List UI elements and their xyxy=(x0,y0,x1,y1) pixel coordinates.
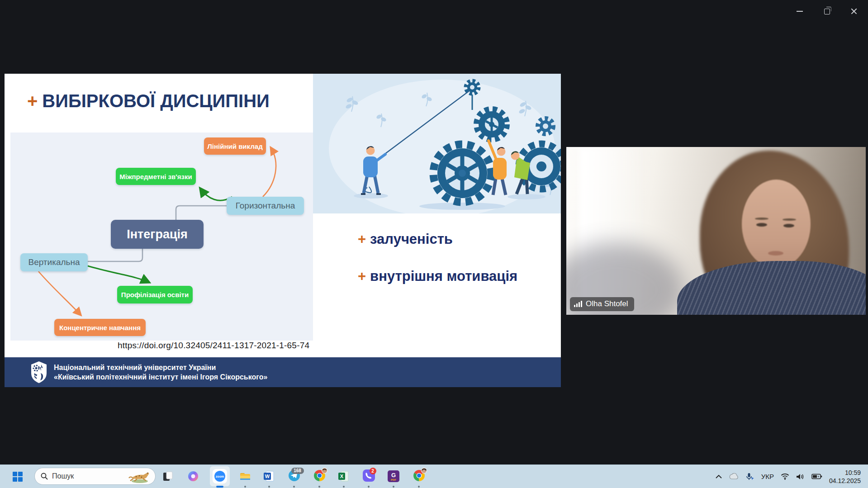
plus-marker: + xyxy=(358,231,366,247)
taskbar: Пошук xyxy=(0,464,868,488)
participant-name-label: Olha Shtofel xyxy=(570,297,634,311)
run-indicator xyxy=(268,486,270,488)
tray-language[interactable]: УКР xyxy=(761,473,774,480)
telegram-badge: 168 xyxy=(291,468,304,474)
windows-logo-icon xyxy=(13,472,23,482)
node-linear-teaching: Лінійний виклад xyxy=(204,137,266,155)
search-placeholder: Пошук xyxy=(52,472,128,480)
run-indicator xyxy=(418,486,420,488)
node-integration-center: Інтеграція xyxy=(111,220,204,249)
run-indicator xyxy=(293,486,295,488)
gear-mid xyxy=(476,109,507,140)
tray-battery[interactable] xyxy=(811,474,822,479)
file-explorer-icon xyxy=(239,470,251,482)
pdf-reader-icon: G PDF xyxy=(388,470,399,482)
brow xyxy=(755,218,768,220)
eye xyxy=(783,224,794,227)
window-controls xyxy=(791,4,863,19)
word-icon: W xyxy=(263,470,275,482)
taskbar-zoom-icon[interactable]: zoom xyxy=(211,467,229,485)
search-icon xyxy=(41,473,48,480)
svg-text:W: W xyxy=(265,474,270,479)
taskbar-chrome-profile1-icon[interactable] xyxy=(310,467,328,485)
svg-text:zoom: zoom xyxy=(216,475,224,478)
start-button[interactable] xyxy=(10,470,25,483)
slide-footer: Національний технічний університет Украї… xyxy=(5,357,561,387)
minimize-icon xyxy=(797,11,803,12)
gears-illustration-svg xyxy=(313,74,561,213)
participant-face xyxy=(742,180,811,268)
university-logo xyxy=(30,361,47,384)
eye xyxy=(756,223,767,227)
svg-text:G: G xyxy=(391,472,396,479)
plus-marker: + xyxy=(27,91,38,111)
node-profilization: Профілізація освіти xyxy=(117,286,193,303)
search-box[interactable]: Пошук xyxy=(34,468,156,485)
zoom-active-indicator xyxy=(216,486,223,488)
bullet-intrinsic-motivation: +внутрішня мотивація xyxy=(358,268,517,284)
taskbar-explorer-icon[interactable] xyxy=(236,467,254,485)
gears-teamwork-illustration xyxy=(313,74,561,213)
speaker-icon xyxy=(796,473,805,480)
restore-icon xyxy=(824,9,830,14)
doi-link: https://doi.org/10.32405/2411-1317-2021-… xyxy=(118,341,309,351)
desktop-screen: +ВИБІРКОВОЇ ДИСЦИПІНИ xyxy=(0,0,868,488)
photos-icon xyxy=(162,470,174,482)
tray-chevron-up[interactable] xyxy=(716,474,722,479)
copilot-icon xyxy=(187,470,199,482)
taskbar-copilot-icon[interactable] xyxy=(184,467,202,485)
node-horizontal: Горизонтальна xyxy=(227,197,304,215)
slide-title-text: ВИБІРКОВОЇ ДИСЦИПІНИ xyxy=(42,91,269,111)
plus-marker: + xyxy=(358,268,366,284)
profile-avatar xyxy=(322,468,327,474)
run-indicator xyxy=(343,486,345,488)
taskbar-telegram-icon[interactable]: 168 xyxy=(285,467,303,485)
tray-time: 10:59 xyxy=(829,469,861,477)
taskbar-chrome-profile2-icon[interactable] xyxy=(410,467,428,485)
restore-button[interactable] xyxy=(818,4,835,19)
run-indicator xyxy=(318,486,320,488)
excel-icon: X xyxy=(338,470,350,482)
close-icon xyxy=(851,8,857,14)
close-button[interactable] xyxy=(845,4,863,19)
connection-signal-icon xyxy=(574,301,582,307)
taskbar-viber-icon[interactable]: 2 xyxy=(360,467,378,485)
viber-badge: 2 xyxy=(370,468,376,474)
slide-title: +ВИБІРКОВОЇ ДИСЦИПІНИ xyxy=(27,91,270,111)
participant-name: Olha Shtofel xyxy=(586,299,628,308)
brow xyxy=(783,218,796,221)
university-name: Національний технічний університет Украї… xyxy=(54,363,267,382)
taskbar-pdf-reader-icon[interactable]: G PDF xyxy=(384,467,403,485)
bullet-text: внутрішня мотивація xyxy=(370,268,517,284)
run-indicator xyxy=(368,486,370,488)
svg-text:PDF: PDF xyxy=(391,479,396,481)
taskbar-photos-icon[interactable] xyxy=(159,467,177,485)
taskbar-word-icon[interactable]: W xyxy=(260,467,278,485)
node-concentric-learning: Концентричне навчання xyxy=(54,319,146,336)
taskbar-excel-icon[interactable]: X xyxy=(335,467,353,485)
tray-date: 04.12.2025 xyxy=(829,477,861,485)
tray-volume[interactable] xyxy=(796,473,805,480)
run-indicator xyxy=(393,486,394,488)
wifi-icon xyxy=(781,473,789,480)
svg-text:X: X xyxy=(340,474,344,479)
cloud-icon xyxy=(729,473,739,480)
node-vertical: Вертикальна xyxy=(20,253,88,271)
integration-diagram: Лінійний виклад Міжпредметні зв'язки Гор… xyxy=(10,133,313,341)
tray-microphone[interactable] xyxy=(745,473,754,481)
gear-small-right xyxy=(538,118,553,134)
tray-clock[interactable]: 10:59 04.12.2025 xyxy=(829,469,861,485)
university-line2: «Київський політехнічний інститут імені … xyxy=(54,372,267,382)
mouth xyxy=(768,251,783,256)
zoom-icon: zoom xyxy=(213,469,227,483)
participant-video-tile[interactable]: Olha Shtofel xyxy=(566,147,866,315)
minimize-button[interactable] xyxy=(791,4,808,19)
tray-onedrive[interactable] xyxy=(729,473,739,480)
bullet-engagement: +залученість xyxy=(358,231,453,247)
node-interdisciplinary: Міжпредметні зв'язки xyxy=(116,168,196,185)
battery-icon xyxy=(811,474,822,479)
tray-wifi[interactable] xyxy=(781,473,789,480)
profile-avatar xyxy=(421,468,427,474)
search-highlight-cheetah-image xyxy=(128,469,152,483)
chevron-up-icon xyxy=(716,474,722,479)
